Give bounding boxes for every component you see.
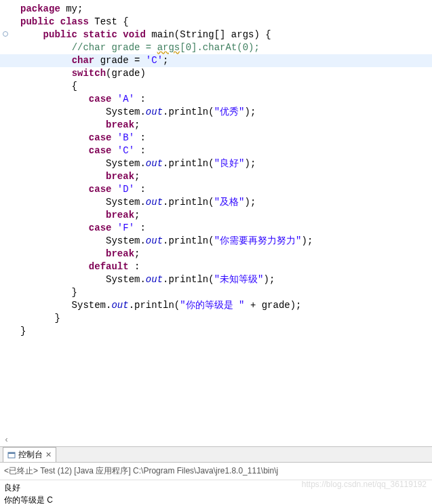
code-token: (grade) bbox=[106, 68, 146, 79]
code-line[interactable]: case 'D' : bbox=[0, 183, 432, 196]
code-token: + grade); bbox=[244, 300, 301, 311]
code-token: .println( bbox=[129, 300, 180, 311]
code-token: System. bbox=[20, 197, 146, 208]
code-token: ; bbox=[134, 171, 140, 182]
code-line[interactable]: default : bbox=[0, 260, 432, 273]
code-token: break bbox=[106, 171, 134, 182]
code-token: ; bbox=[134, 119, 140, 130]
scroll-left-icon[interactable]: ‹ bbox=[4, 435, 9, 445]
code-token: ; bbox=[134, 248, 140, 259]
code-token: "及格" bbox=[214, 197, 245, 208]
code-token: case bbox=[89, 132, 112, 143]
console-tab[interactable]: 控制台 ✕ bbox=[3, 447, 56, 462]
code-token bbox=[20, 145, 89, 156]
code-line[interactable]: System.out.println("你的等级是 " + grade); bbox=[0, 299, 432, 312]
code-line[interactable]: //char grade = args[0].charAt(0); bbox=[0, 41, 432, 54]
code-token: switch bbox=[72, 68, 106, 79]
code-line[interactable]: public static void main(String[] args) { bbox=[0, 28, 432, 41]
code-token: 'B' bbox=[117, 132, 134, 143]
code-token: : bbox=[134, 145, 146, 156]
code-token bbox=[20, 210, 106, 220]
code-token: } bbox=[20, 326, 26, 336]
code-token bbox=[20, 55, 72, 66]
code-token: break bbox=[106, 119, 134, 130]
code-token: : bbox=[134, 132, 146, 143]
code-line[interactable]: { bbox=[0, 80, 432, 93]
code-line[interactable]: break; bbox=[0, 209, 432, 222]
code-token: .println( bbox=[163, 197, 214, 208]
code-token: ); bbox=[245, 106, 256, 117]
code-line[interactable]: char grade = 'C'; bbox=[0, 54, 432, 67]
code-token: System. bbox=[20, 158, 146, 169]
close-icon[interactable]: ✕ bbox=[45, 450, 52, 459]
code-line[interactable]: } bbox=[0, 286, 432, 299]
code-line[interactable]: System.out.println("未知等级"); bbox=[0, 273, 432, 286]
code-line[interactable]: case 'A' : bbox=[0, 93, 432, 106]
code-token: System. bbox=[20, 235, 146, 246]
code-editor[interactable]: package my;public class Test { public st… bbox=[0, 0, 432, 446]
code-line[interactable]: switch(grade) bbox=[0, 67, 432, 80]
code-token: out bbox=[146, 197, 163, 208]
fold-icon[interactable] bbox=[3, 31, 8, 37]
code-line[interactable]: break; bbox=[0, 170, 432, 183]
code-line[interactable]: System.out.println("优秀"); bbox=[0, 106, 432, 119]
code-token: "良好" bbox=[214, 158, 245, 169]
code-token bbox=[20, 171, 106, 182]
code-line[interactable]: break; bbox=[0, 119, 432, 132]
code-token: out bbox=[146, 106, 163, 117]
code-line[interactable]: case 'B' : bbox=[0, 132, 432, 144]
code-token: 'C' bbox=[117, 145, 134, 156]
code-token bbox=[20, 184, 89, 195]
code-token: "优秀" bbox=[214, 106, 245, 117]
code-line[interactable]: } bbox=[0, 312, 432, 325]
code-token: ); bbox=[245, 158, 256, 169]
code-token: Test { bbox=[89, 16, 129, 27]
svg-rect-1 bbox=[8, 452, 15, 454]
code-line[interactable]: System.out.println("良好"); bbox=[0, 157, 432, 170]
code-line[interactable]: break; bbox=[0, 248, 432, 260]
code-token: case bbox=[89, 184, 112, 195]
code-token bbox=[20, 222, 89, 233]
code-token: "未知等级" bbox=[214, 274, 264, 285]
code-token: ); bbox=[302, 235, 313, 246]
code-token: .println( bbox=[163, 106, 214, 117]
code-line[interactable]: public class Test { bbox=[0, 16, 432, 28]
code-token bbox=[20, 94, 89, 104]
code-token: char bbox=[72, 55, 95, 66]
code-token: : bbox=[134, 222, 146, 233]
code-line[interactable]: case 'C' : bbox=[0, 144, 432, 157]
code-token: out bbox=[146, 158, 163, 169]
code-line[interactable]: System.out.println("你需要再努力努力"); bbox=[0, 235, 432, 248]
code-token bbox=[20, 132, 89, 143]
output-line: 你的等级是 C bbox=[4, 494, 428, 504]
code-token: : bbox=[129, 261, 140, 272]
code-token: break bbox=[106, 248, 134, 259]
code-line[interactable]: package my; bbox=[0, 3, 432, 16]
code-line[interactable]: } bbox=[0, 325, 432, 338]
code-token: break bbox=[106, 210, 134, 220]
code-token: ); bbox=[264, 274, 275, 285]
code-token: out bbox=[146, 274, 163, 285]
code-token bbox=[111, 94, 117, 104]
code-token: ); bbox=[245, 197, 256, 208]
code-token bbox=[20, 119, 106, 130]
code-token: case bbox=[89, 145, 112, 156]
console-tab-bar: 控制台 ✕ bbox=[0, 446, 432, 463]
code-token bbox=[111, 145, 117, 156]
watermark: https://blog.csdn.net/qq_36119192 bbox=[302, 480, 427, 489]
code-token: System. bbox=[20, 300, 111, 311]
code-token: grade = bbox=[94, 55, 146, 66]
code-token: package bbox=[20, 3, 60, 14]
code-token: args bbox=[157, 42, 180, 53]
code-token: : bbox=[134, 184, 146, 195]
code-token: public class bbox=[20, 16, 89, 27]
code-token bbox=[20, 248, 106, 259]
console-tab-label: 控制台 bbox=[18, 449, 43, 461]
code-line[interactable]: case 'F' : bbox=[0, 222, 432, 235]
code-token bbox=[111, 222, 117, 233]
code-token: "你需要再努力努力" bbox=[214, 235, 302, 246]
code-token: [0].charAt(0); bbox=[180, 42, 260, 53]
code-line[interactable]: System.out.println("及格"); bbox=[0, 196, 432, 209]
code-token: case bbox=[89, 222, 112, 233]
code-token: 'C' bbox=[146, 55, 163, 66]
